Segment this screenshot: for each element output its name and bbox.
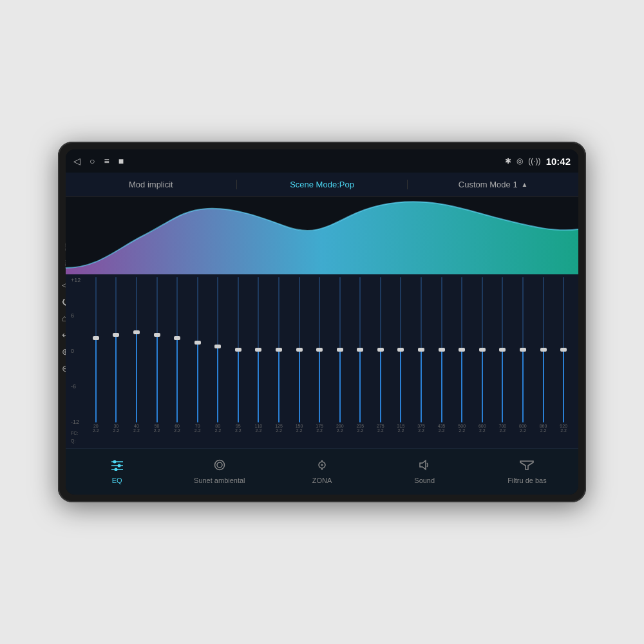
freq-label-600: 6002.2 — [473, 424, 492, 433]
slider-fill-435 — [441, 350, 442, 422]
slider-thumb-435[interactable] — [439, 348, 445, 352]
slider-track-700 — [502, 277, 503, 422]
slider-thumb-30[interactable] — [113, 333, 119, 337]
slider-track-800 — [522, 277, 524, 422]
slider-thumb-150[interactable] — [296, 348, 303, 352]
recent-nav-icon[interactable]: ■ — [118, 156, 124, 166]
slider-fill-30 — [115, 335, 117, 422]
location-icon: ◎ — [516, 156, 523, 166]
slider-col-200[interactable] — [330, 277, 350, 424]
slider-col-700[interactable] — [493, 277, 513, 424]
slider-thumb-95[interactable] — [235, 348, 242, 352]
tab-sunet-label: Sunet ambiental — [194, 477, 245, 484]
slider-thumb-700[interactable] — [499, 348, 506, 352]
freq-label-435: 4352.2 — [432, 424, 451, 433]
slider-thumb-800[interactable] — [520, 348, 526, 352]
slider-col-80[interactable] — [208, 277, 227, 424]
slider-col-275[interactable] — [371, 277, 390, 424]
mode-implicit[interactable]: Mod implicit — [66, 180, 237, 189]
slider-col-435[interactable] — [432, 277, 451, 424]
slider-col-60[interactable] — [167, 277, 187, 424]
slider-col-30[interactable] — [107, 277, 126, 424]
slider-fill-20 — [95, 338, 97, 422]
slider-fill-175 — [319, 350, 320, 422]
slider-track-600 — [482, 277, 483, 422]
slider-thumb-80[interactable] — [214, 345, 221, 348]
slider-thumb-40[interactable] — [133, 330, 140, 334]
slider-col-375[interactable] — [412, 277, 431, 424]
slider-col-110[interactable] — [249, 277, 269, 424]
menu-nav-icon[interactable]: ≡ — [104, 156, 109, 166]
slider-thumb-375[interactable] — [418, 348, 424, 352]
slider-fill-315 — [400, 350, 401, 422]
slider-col-175[interactable] — [310, 277, 329, 424]
slider-track-860 — [543, 277, 544, 422]
slider-thumb-200[interactable] — [337, 348, 343, 352]
slider-fill-860 — [543, 350, 544, 422]
slider-fill-800 — [522, 350, 524, 422]
slider-col-50[interactable] — [147, 277, 167, 424]
slider-col-315[interactable] — [392, 277, 411, 424]
slider-thumb-175[interactable] — [316, 348, 323, 352]
slider-thumb-70[interactable] — [194, 341, 201, 345]
db-minus12: -12 — [71, 419, 80, 425]
q-label: Q: — [71, 439, 75, 443]
slider-fill-600 — [482, 350, 483, 422]
slider-col-235[interactable] — [351, 277, 370, 424]
slider-col-95[interactable] — [229, 277, 248, 424]
slider-fill-125 — [278, 350, 279, 422]
slider-thumb-110[interactable] — [255, 348, 261, 352]
tab-sound[interactable]: Sound — [374, 454, 476, 489]
slider-thumb-235[interactable] — [357, 348, 363, 352]
tab-sunet-ambiental[interactable]: Sunet ambiental — [168, 454, 270, 489]
mode-scene[interactable]: Scene Mode:Pop — [237, 180, 408, 189]
time-display: 10:42 — [546, 156, 571, 167]
slider-col-40[interactable] — [127, 277, 146, 424]
slider-col-70[interactable] — [188, 277, 207, 424]
slider-col-125[interactable] — [269, 277, 289, 424]
svg-point-9 — [321, 464, 323, 466]
slider-thumb-60[interactable] — [174, 336, 180, 340]
freq-label-80: 802.2 — [208, 424, 227, 433]
fc-label: FC: — [71, 431, 78, 435]
tab-sound-label: Sound — [414, 477, 435, 484]
slider-col-500[interactable] — [452, 277, 471, 424]
svg-point-7 — [214, 460, 224, 470]
slider-thumb-20[interactable] — [93, 336, 99, 340]
slider-col-150[interactable] — [290, 277, 309, 424]
slider-thumb-125[interactable] — [276, 348, 282, 352]
slider-thumb-315[interactable] — [397, 348, 404, 352]
freq-label-20: 202.2 — [86, 424, 106, 433]
slider-fill-40 — [136, 332, 137, 422]
home-nav-icon[interactable]: ○ — [90, 156, 95, 166]
slider-col-860[interactable] — [534, 277, 553, 424]
slider-col-600[interactable] — [473, 277, 492, 424]
slider-col-20[interactable] — [86, 277, 106, 424]
slider-track-175 — [319, 277, 320, 422]
slider-track-150 — [299, 277, 300, 422]
slider-thumb-275[interactable] — [377, 348, 384, 352]
tab-filtru-de-bas[interactable]: Filtru de bas — [476, 454, 578, 489]
sound-icon — [417, 459, 431, 474]
back-nav-icon[interactable]: ◁ — [73, 156, 80, 166]
slider-thumb-860[interactable] — [540, 348, 547, 352]
nav-icons: ◁ ○ ≡ ■ — [73, 156, 124, 166]
tab-zona-label: ZONA — [312, 477, 332, 484]
slider-thumb-500[interactable] — [459, 348, 465, 352]
status-bar: ◁ ○ ≡ ■ ✱ ◎ ((·)) 10:42 — [66, 149, 578, 173]
slider-col-920[interactable] — [554, 277, 573, 424]
slider-thumb-600[interactable] — [479, 348, 486, 352]
sliders-container — [86, 277, 573, 424]
slider-col-800[interactable] — [513, 277, 533, 424]
tab-zona[interactable]: ZONA — [270, 454, 373, 489]
mode-custom[interactable]: Custom Mode 1 ▲ — [408, 180, 578, 189]
db-minus6: -6 — [71, 383, 80, 390]
slider-thumb-920[interactable] — [560, 348, 567, 352]
freq-label-40: 402.2 — [127, 424, 146, 433]
screen: ◁ ○ ≡ ■ ✱ ◎ ((·)) 10:42 Mod implicit Sce… — [66, 149, 578, 495]
freq-label-700: 7002.2 — [493, 424, 513, 433]
tab-eq[interactable]: EQ — [66, 454, 168, 489]
svg-point-3 — [117, 464, 120, 468]
slider-thumb-50[interactable] — [154, 333, 160, 337]
freq-label-50: 502.2 — [147, 424, 167, 433]
